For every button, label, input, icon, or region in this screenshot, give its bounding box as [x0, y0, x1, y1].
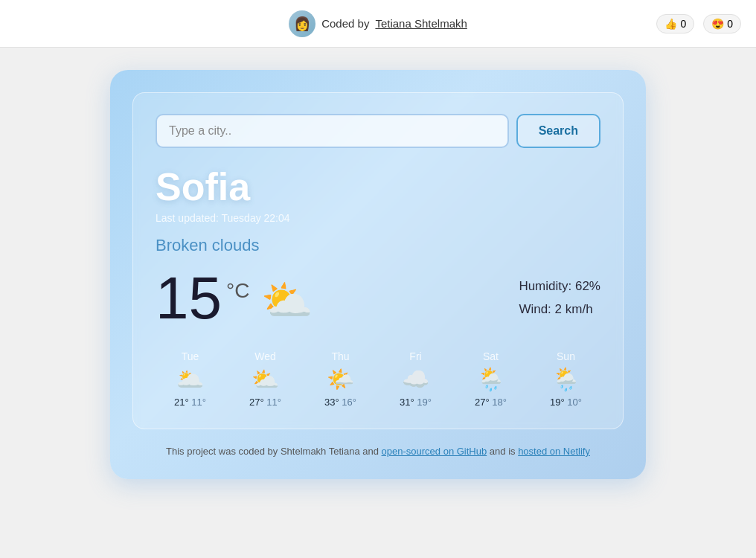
author-avatar: 👩 [289, 10, 315, 37]
forecast-day: Tue 🌥️ 21° 11° [156, 350, 225, 408]
forecast-day: Sat 🌦️ 27° 18° [456, 350, 525, 408]
forecast-temps: 31° 19° [400, 397, 432, 408]
weather-card-inner: Search Sofia Last updated: Tuesday 22:04… [132, 92, 624, 429]
like-count: 0 [680, 18, 686, 30]
forecast-lo: 19° [417, 397, 432, 408]
search-row: Search [156, 114, 600, 148]
forecast-lo: 16° [342, 397, 356, 408]
footer-text-mid: and is [487, 446, 518, 457]
forecast-icon: ⛅ [252, 368, 279, 391]
forecast-lo: 10° [567, 397, 582, 408]
reactions-bar: 👍 0 😍 0 [656, 14, 741, 33]
forecast-day-name: Wed [254, 350, 276, 362]
humidity-label: Humidity: 62% [519, 275, 600, 298]
forecast-icon: 🌦️ [552, 368, 580, 391]
forecast-icon: 🌥️ [176, 368, 204, 391]
github-link[interactable]: open-sourced on GitHub [382, 446, 487, 457]
forecast-hi: 27° [249, 397, 264, 408]
footer-text-before: This project was coded by Shtelmakh Teti… [166, 446, 382, 457]
temperature-row: 15 °C ⛅ Humidity: 62% Wind: 2 km/h [156, 269, 600, 328]
forecast-lo: 11° [191, 397, 206, 408]
search-button[interactable]: Search [516, 114, 600, 148]
temperature-left: 15 °C ⛅ [156, 269, 313, 328]
weather-description: Broken clouds [156, 236, 600, 255]
forecast-temps: 27° 11° [249, 397, 281, 408]
author-link[interactable]: Tetiana Shtelmakh [375, 17, 467, 30]
forecast-day: Thu 🌤️ 33° 16° [306, 350, 375, 408]
forecast-temps: 21° 11° [174, 397, 206, 408]
forecast-day-name: Sun [557, 350, 575, 362]
main-content: Search Sofia Last updated: Tuesday 22:04… [0, 48, 756, 501]
forecast-icon: 🌤️ [327, 368, 354, 391]
last-updated: Last updated: Tuesday 22:04 [156, 212, 600, 224]
forecast-day: Wed ⛅ 27° 11° [231, 350, 300, 408]
like-button[interactable]: 👍 0 [656, 14, 694, 33]
forecast-day: Fri ☁️ 31° 19° [381, 350, 450, 408]
thumbs-up-icon: 👍 [664, 18, 677, 30]
wind-label: Wind: 2 km/h [519, 298, 600, 321]
love-count: 0 [727, 18, 733, 30]
forecast-day-name: Thu [331, 350, 349, 362]
forecast-day-name: Sat [483, 350, 499, 362]
netlify-link[interactable]: hosted on Netlify [518, 446, 590, 457]
love-button[interactable]: 😍 0 [703, 14, 741, 33]
forecast-temps: 27° 18° [475, 397, 507, 408]
forecast-day-name: Tue [182, 350, 199, 362]
forecast-temps: 19° 10° [550, 397, 582, 408]
forecast-hi: 31° [400, 397, 414, 408]
weather-details: Humidity: 62% Wind: 2 km/h [519, 275, 600, 321]
temperature-value: 15 [156, 269, 222, 328]
coded-by-text: Coded by [321, 17, 369, 30]
forecast-day: Sun 🌦️ 19° 10° [531, 350, 600, 408]
forecast-hi: 33° [324, 397, 339, 408]
author-credit: 👩 Coded by Tetiana Shtelmakh [289, 10, 467, 37]
search-input[interactable] [156, 114, 509, 148]
footer: This project was coded by Shtelmakh Teti… [132, 446, 624, 457]
forecast-hi: 21° [174, 397, 189, 408]
forecast-row: Tue 🌥️ 21° 11° Wed ⛅ 27° 11° Thu 🌤️ 33° … [156, 350, 600, 408]
forecast-day-name: Fri [409, 350, 421, 362]
forecast-lo: 18° [492, 397, 507, 408]
topbar: 👩 Coded by Tetiana Shtelmakh 👍 0 😍 0 [0, 0, 756, 48]
forecast-hi: 19° [550, 397, 565, 408]
forecast-hi: 27° [475, 397, 490, 408]
heart-eyes-icon: 😍 [711, 18, 724, 30]
forecast-temps: 33° 16° [324, 397, 356, 408]
forecast-icon: ☁️ [402, 368, 429, 391]
weather-card-outer: Search Sofia Last updated: Tuesday 22:04… [110, 70, 646, 479]
weather-icon-main: ⛅ [261, 276, 313, 325]
forecast-icon: 🌦️ [477, 368, 504, 391]
temperature-unit: °C [226, 279, 249, 303]
forecast-lo: 11° [266, 397, 281, 408]
city-name: Sofia [156, 164, 600, 209]
